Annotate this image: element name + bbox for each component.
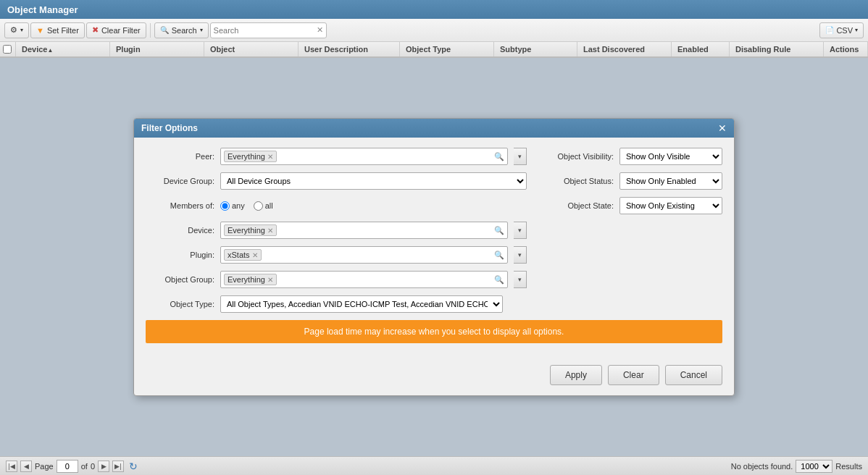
last-page-button[interactable]: ▶| <box>112 461 124 472</box>
dialog-row-peer: Peer: Everything ✕ 🔍 ▾ Object Visibility… <box>146 148 722 165</box>
col-checkbox <box>0 42 16 56</box>
object-group-tag-input[interactable]: Everything ✕ 🔍 <box>220 271 508 288</box>
col-plugin-label: Plugin <box>116 45 141 54</box>
members-any-radio[interactable] <box>220 201 230 211</box>
members-field-left: Members of: any all <box>146 201 527 211</box>
app-title: Object Manager <box>7 4 78 15</box>
object-group-dropdown-button[interactable]: ▾ <box>514 271 527 288</box>
object-group-label: Object Group: <box>146 275 214 284</box>
results-per-page-select[interactable]: 100 250 500 1000 <box>796 460 832 473</box>
filter-icon: ▼ <box>36 26 44 35</box>
peer-tag: Everything ✕ <box>224 151 277 162</box>
col-last-discovered: Last Discovered <box>577 42 672 56</box>
col-enabled: Enabled <box>672 42 730 56</box>
next-page-button[interactable]: ▶ <box>98 461 109 472</box>
peer-search-icon[interactable]: 🔍 <box>494 152 504 161</box>
csv-icon: 📄 <box>825 26 834 34</box>
peer-dropdown-button[interactable]: ▾ <box>514 148 527 165</box>
device-tag-input[interactable]: Everything ✕ 🔍 <box>220 222 508 239</box>
refresh-icon: ↻ <box>129 461 138 472</box>
object-group-tag-remove[interactable]: ✕ <box>267 276 273 284</box>
dialog-row-plugin: Plugin: xStats ✕ 🔍 ▾ <box>146 246 722 264</box>
object-state-field: Object State: Show Only Existing Show Ev… <box>534 197 722 214</box>
dialog-row-members: Members of: any all <box>146 197 722 214</box>
col-user-desc-label: User Description <box>304 45 368 54</box>
gear-button[interactable]: ▾ <box>4 22 29 38</box>
object-group-tag-value: Everything <box>228 275 265 284</box>
clear-button[interactable]: Clear <box>608 365 659 385</box>
clear-filter-button[interactable]: ✖ Clear Filter <box>86 22 146 38</box>
search-dropdown-button[interactable]: 🔍 Search ▾ <box>154 22 209 38</box>
device-tag: Everything ✕ <box>224 224 277 236</box>
plugin-tag-value: xStats <box>228 251 250 259</box>
members-any-option[interactable]: any <box>220 201 245 211</box>
clear-filter-icon: ✖ <box>92 25 99 35</box>
members-any-label: any <box>232 201 245 210</box>
members-all-option[interactable]: all <box>254 201 273 211</box>
refresh-button[interactable]: ↻ <box>127 460 140 473</box>
gear-dropdown-icon: ▾ <box>20 27 23 33</box>
set-filter-label: Set Filter <box>47 26 79 35</box>
cancel-button[interactable]: Cancel <box>665 365 722 385</box>
device-field-left: Device: Everything ✕ 🔍 ▾ <box>146 222 527 239</box>
prev-page-button[interactable]: ◀ <box>20 461 32 472</box>
col-subtype: Subtype <box>494 42 577 56</box>
device-dropdown-button[interactable]: ▾ <box>514 222 527 239</box>
plugin-tag-remove[interactable]: ✕ <box>252 251 258 259</box>
page-input[interactable] <box>57 460 78 473</box>
device-search-icon[interactable]: 🔍 <box>494 226 504 235</box>
bottom-bar: |◀ ◀ Page of 0 ▶ ▶| ↻ No objects found. … <box>0 456 868 475</box>
peer-tag-input[interactable]: Everything ✕ 🔍 <box>220 148 508 165</box>
members-radio-group: any all <box>220 201 273 211</box>
dialog-body: Peer: Everything ✕ 🔍 ▾ Object Visibility… <box>134 138 734 359</box>
device-tag-value: Everything <box>228 226 265 235</box>
csv-label: CSV <box>836 26 853 35</box>
modal-overlay: Filter Options ✕ Peer: Everything ✕ 🔍 <box>0 58 868 456</box>
search-icon: 🔍 <box>160 26 169 34</box>
col-subtype-label: Subtype <box>500 45 531 54</box>
main-content: Filter Options ✕ Peer: Everything ✕ 🔍 <box>0 58 868 456</box>
first-page-button[interactable]: |◀ <box>6 461 17 472</box>
plugin-dropdown-button[interactable]: ▾ <box>514 246 527 264</box>
dialog-close-button[interactable]: ✕ <box>718 123 727 133</box>
device-tag-remove[interactable]: ✕ <box>267 227 273 235</box>
plugin-search-icon[interactable]: 🔍 <box>494 251 504 260</box>
apply-button[interactable]: Apply <box>550 365 602 385</box>
object-group-tag: Everything ✕ <box>224 274 277 285</box>
members-all-label: all <box>265 201 273 210</box>
search-clear-button[interactable]: ✕ <box>317 25 323 35</box>
select-all-checkbox[interactable] <box>3 45 12 54</box>
plugin-tag-input[interactable]: xStats ✕ 🔍 <box>220 246 508 264</box>
object-visibility-field: Object Visibility: Show Only Visible Sho… <box>534 148 722 165</box>
device-group-label: Device Group: <box>146 177 214 185</box>
members-of-label: Members of: <box>146 201 214 210</box>
dialog-title-bar: Filter Options ✕ <box>134 119 734 138</box>
object-status-field: Object Status: Show Only Enabled Show Ev… <box>534 172 722 190</box>
peer-field-left: Peer: Everything ✕ 🔍 ▾ <box>146 148 527 165</box>
gear-icon <box>10 25 17 35</box>
col-enabled-label: Enabled <box>677 45 709 54</box>
toolbar: ▾ ▼ Set Filter ✖ Clear Filter 🔍 Search ▾… <box>0 19 868 42</box>
col-object-label: Object <box>210 45 235 54</box>
dialog-footer: Apply Clear Cancel <box>134 359 734 395</box>
object-status-select[interactable]: Show Only Enabled Show Everything Show O… <box>619 172 722 190</box>
no-objects-label: No objects found. <box>731 462 793 471</box>
dialog-row-device: Device: Everything ✕ 🔍 ▾ <box>146 222 722 239</box>
object-type-select[interactable]: All Object Types, Accedian VNID ECHO-ICM… <box>220 295 503 313</box>
object-visibility-select[interactable]: Show Only Visible Show Everything Show O… <box>619 148 722 165</box>
col-plugin: Plugin <box>110 42 204 56</box>
object-state-select[interactable]: Show Only Existing Show Everything Show … <box>619 197 722 214</box>
search-input[interactable] <box>214 26 315 35</box>
warning-text: Page load time may increase when you sel… <box>304 327 564 337</box>
object-group-search-icon[interactable]: 🔍 <box>494 275 504 285</box>
object-visibility-label: Object Visibility: <box>534 152 614 161</box>
col-device[interactable]: Device <box>16 42 110 56</box>
peer-tag-remove[interactable]: ✕ <box>267 153 273 161</box>
csv-button[interactable]: 📄 CSV ▾ <box>819 22 864 38</box>
dialog-row-object-group: Object Group: Everything ✕ 🔍 ▾ <box>146 271 722 288</box>
members-all-radio[interactable] <box>254 201 263 211</box>
col-disabling-rule: Disabling Rule <box>730 42 824 56</box>
device-group-select[interactable]: All Device Groups <box>220 172 527 190</box>
set-filter-button[interactable]: ▼ Set Filter <box>30 22 85 38</box>
col-disabling-rule-label: Disabling Rule <box>735 45 790 54</box>
